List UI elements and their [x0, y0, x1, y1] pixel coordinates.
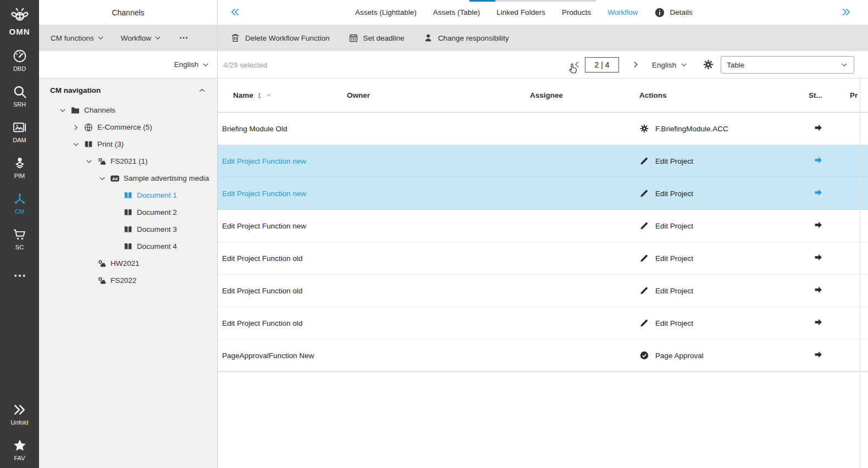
- tree-item-document-3[interactable]: Document 3: [39, 221, 217, 238]
- pencil-icon: [639, 318, 649, 328]
- tab-details[interactable]: Details: [654, 7, 692, 18]
- row-action-button[interactable]: Edit Project: [639, 318, 809, 328]
- table-row[interactable]: Edit Project Function oldEdit Project: [218, 242, 868, 275]
- arrow-right-icon: [813, 252, 823, 263]
- arrow-right-icon: [813, 220, 823, 230]
- row-action-button[interactable]: Page Approval: [639, 350, 809, 360]
- tree-item-e-commerce-5[interactable]: E-Commerce (5): [39, 119, 217, 136]
- sidebar-item-dam[interactable]: DAM: [12, 120, 27, 143]
- row-name: Edit Project Function old: [222, 254, 347, 263]
- action-label: Edit Project: [655, 157, 693, 165]
- table-row[interactable]: Briefing Module OldF.BriefingModule.ACC: [218, 113, 868, 145]
- tree-language-select[interactable]: English: [174, 60, 209, 69]
- row-action-button[interactable]: Edit Project: [639, 188, 809, 198]
- tab-assets-table[interactable]: Assets (Table): [433, 8, 480, 16]
- gear-cloud-icon: [97, 259, 107, 269]
- sidebar-item-omn[interactable]: OMN: [9, 5, 30, 36]
- sidebar-item-unfold[interactable]: Unfold: [11, 402, 29, 426]
- table-row[interactable]: Edit Project Function newEdit Project: [218, 210, 868, 242]
- view-mode-select[interactable]: Table: [721, 56, 854, 74]
- table-row[interactable]: Edit Project Function newEdit Project: [218, 177, 868, 210]
- tree-item-channels[interactable]: Channels: [39, 102, 217, 119]
- sidebar-item-more[interactable]: [12, 268, 27, 283]
- row-status[interactable]: [809, 220, 850, 232]
- tree-item-document-1[interactable]: Document 1: [39, 187, 217, 204]
- column-header-st[interactable]: St...: [809, 91, 850, 99]
- sidebar-item-dbd[interactable]: DBD: [12, 48, 27, 72]
- expander-chevron-down-icon[interactable]: [98, 175, 106, 182]
- sidebar-item-sc[interactable]: SC: [12, 227, 27, 250]
- settings-gear-button[interactable]: [703, 59, 714, 70]
- tree-item-document-2[interactable]: Document 2: [39, 204, 217, 221]
- tree-item-sample-advertising-media[interactable]: AdSample advertising media: [39, 170, 217, 187]
- expander-chevron-down-icon[interactable]: [85, 158, 93, 165]
- cm-functions-menu[interactable]: CM functions: [51, 34, 104, 42]
- row-status[interactable]: [809, 349, 850, 361]
- next-page-button[interactable]: [631, 60, 640, 69]
- column-header-pr[interactable]: Pr: [850, 91, 868, 99]
- book-icon: [123, 225, 133, 235]
- workflow-menu[interactable]: Workflow: [121, 34, 162, 42]
- sidebar-item-fav[interactable]: FAV: [12, 438, 27, 461]
- tree-item-hw2021[interactable]: HW2021: [39, 255, 217, 272]
- panel-title: Channels: [112, 8, 144, 17]
- double-chevron-right-icon: [12, 402, 27, 417]
- tree-item-print-3[interactable]: Print (3): [39, 136, 217, 153]
- column-header-actions[interactable]: Actions: [639, 91, 809, 99]
- cm-navigation-tree: CM navigation ChannelsE-Commerce (5)Prin…: [39, 79, 217, 468]
- gear-cloud-icon: [97, 276, 107, 286]
- delete-workflow-function-button[interactable]: Delete Workflow Function: [230, 33, 330, 43]
- tree-item-label: FS2021 (1): [110, 157, 148, 165]
- tab-linked-folders[interactable]: Linked Folders: [496, 8, 545, 16]
- table-row[interactable]: Edit Project Function newEdit Project: [218, 145, 868, 177]
- more-options-button[interactable]: [178, 32, 189, 43]
- scroll-tabs-left-button[interactable]: [230, 7, 241, 18]
- column-header-owner[interactable]: Owner: [347, 91, 530, 99]
- row-status[interactable]: [809, 317, 850, 329]
- chevron-up-icon[interactable]: [198, 86, 206, 94]
- column-header-assignee[interactable]: Assignee: [530, 91, 639, 99]
- cart-icon: [12, 227, 27, 242]
- tree-item-label: HW2021: [110, 259, 140, 268]
- row-status[interactable]: [809, 252, 850, 264]
- tab-workflow[interactable]: Workflow: [607, 8, 638, 16]
- tree-item-document-4[interactable]: Document 4: [39, 238, 217, 255]
- sidebar-item-srh[interactable]: SRH: [12, 84, 27, 108]
- image-icon: [12, 120, 27, 135]
- tree-item-fs2021-1[interactable]: FS2021 (1): [39, 153, 217, 170]
- column-header-name[interactable]: Name1: [222, 91, 347, 99]
- previous-page-button[interactable]: [572, 60, 582, 69]
- change-responsibility-button[interactable]: Change responsibility: [423, 33, 509, 43]
- row-status[interactable]: [809, 122, 850, 135]
- tree-item-fs2022[interactable]: FS2022: [39, 272, 217, 289]
- tab-assets-lighttable[interactable]: Assets (Lighttable): [355, 8, 417, 16]
- row-status[interactable]: [809, 155, 850, 167]
- row-status[interactable]: [809, 285, 850, 297]
- expander-chevron-down-icon[interactable]: [59, 107, 67, 114]
- table-row[interactable]: PageApprovalFunction NewPage Approval: [218, 339, 868, 372]
- row-action-button[interactable]: F.BriefingModule.ACC: [639, 124, 809, 133]
- row-action-button[interactable]: Edit Project: [639, 221, 809, 231]
- sidebar-item-label: FAV: [14, 455, 25, 461]
- table-row[interactable]: Edit Project Function oldEdit Project: [218, 275, 868, 307]
- expander-chevron-right-icon[interactable]: [72, 124, 80, 131]
- book-icon: [123, 242, 133, 252]
- tree-item-label: E-Commerce (5): [97, 123, 152, 131]
- sidebar-item-pim[interactable]: PIM: [12, 155, 27, 179]
- expander-chevron-down-icon[interactable]: [72, 141, 80, 148]
- table-language-select[interactable]: English: [652, 51, 688, 79]
- person-icon: [423, 33, 433, 43]
- page-indicator[interactable]: 2 | 4: [585, 57, 619, 73]
- row-action-button[interactable]: Edit Project: [639, 286, 809, 296]
- row-action-button[interactable]: Edit Project: [639, 253, 809, 263]
- set-deadline-button[interactable]: Set deadline: [349, 33, 405, 43]
- chevron-down-icon: [680, 61, 688, 69]
- scroll-tabs-right-button[interactable]: [841, 7, 852, 18]
- expander-spacer: [85, 260, 93, 268]
- sidebar-item-cm[interactable]: CM: [12, 191, 27, 215]
- tab-products[interactable]: Products: [562, 8, 591, 16]
- row-action-button[interactable]: Edit Project: [639, 156, 809, 166]
- table-row[interactable]: Edit Project Function oldEdit Project: [218, 307, 868, 339]
- row-status[interactable]: [809, 187, 850, 199]
- gear-cloud-icon: [97, 157, 107, 166]
